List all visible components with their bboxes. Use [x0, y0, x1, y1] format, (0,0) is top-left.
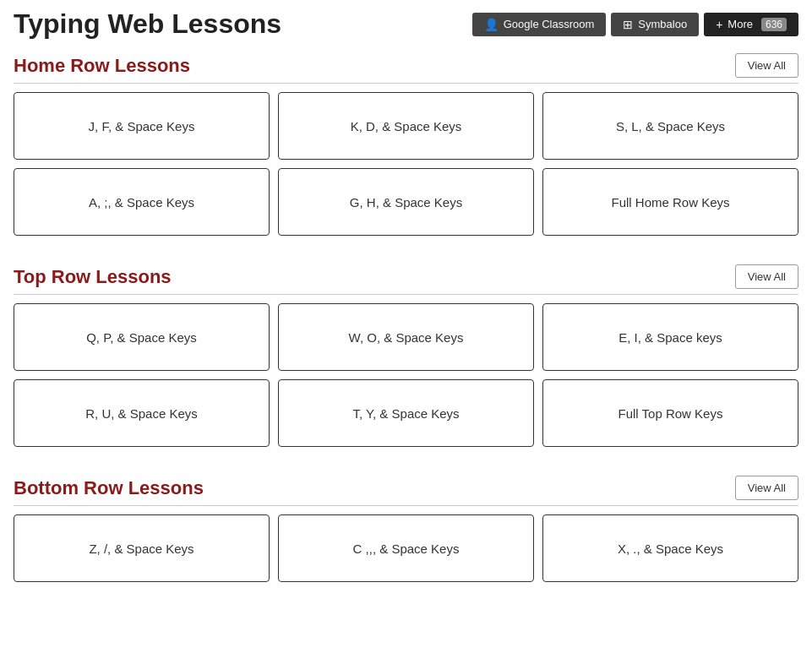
section-title-top-row: Top Row Lessons	[14, 266, 172, 288]
view-all-button-bottom-row[interactable]: View All	[735, 476, 798, 500]
section-divider-top-row	[14, 294, 798, 295]
view-all-button-top-row[interactable]: View All	[735, 264, 798, 289]
section-header-bottom-row: Bottom Row LessonsView All	[14, 467, 798, 505]
section-divider-bottom-row	[14, 505, 798, 506]
lesson-card-top-row-1[interactable]: W, O, & Space Keys	[278, 303, 534, 371]
more-badge: 636	[761, 18, 787, 31]
lesson-grid-home-row: J, F, & Space KeysK, D, & Space KeysS, L…	[14, 92, 798, 236]
lesson-card-bottom-row-1[interactable]: C ,,, & Space Keys	[278, 514, 534, 582]
more-label: More	[728, 18, 753, 30]
lesson-card-home-row-2[interactable]: S, L, & Space Keys	[542, 92, 798, 160]
lesson-card-top-row-3[interactable]: R, U, & Space Keys	[14, 379, 270, 447]
lesson-card-bottom-row-0[interactable]: Z, /, & Space Keys	[14, 514, 270, 582]
page-header: Typing Web Lessons 👤 Google Classroom ⊞ …	[0, 0, 812, 45]
symbaloo-icon: ⊞	[623, 18, 633, 31]
symbaloo-button[interactable]: ⊞ Symbaloo	[611, 13, 699, 36]
section-title-bottom-row: Bottom Row Lessons	[14, 477, 204, 499]
lesson-card-home-row-0[interactable]: J, F, & Space Keys	[14, 92, 270, 160]
lesson-card-bottom-row-2[interactable]: X, ., & Space Keys	[542, 514, 798, 582]
more-icon: +	[716, 18, 722, 31]
lesson-card-home-row-3[interactable]: A, ;, & Space Keys	[14, 168, 270, 236]
section-top-row: Top Row LessonsView AllQ, P, & Space Key…	[0, 256, 812, 467]
more-button[interactable]: + More 636	[704, 13, 798, 36]
symbaloo-label: Symbaloo	[638, 18, 687, 30]
section-bottom-row: Bottom Row LessonsView AllZ, /, & Space …	[0, 467, 812, 602]
section-divider-home-row	[14, 83, 798, 84]
page-title: Typing Web Lessons	[14, 8, 281, 40]
section-header-home-row: Home Row LessonsView All	[14, 45, 798, 83]
lesson-grid-bottom-row: Z, /, & Space KeysC ,,, & Space KeysX, .…	[14, 514, 798, 582]
view-all-button-home-row[interactable]: View All	[735, 53, 798, 78]
section-header-top-row: Top Row LessonsView All	[14, 256, 798, 294]
section-home-row: Home Row LessonsView AllJ, F, & Space Ke…	[0, 45, 812, 256]
lesson-card-top-row-5[interactable]: Full Top Row Keys	[542, 379, 798, 447]
google-classroom-button[interactable]: 👤 Google Classroom	[472, 13, 607, 36]
sections-container: Home Row LessonsView AllJ, F, & Space Ke…	[0, 45, 812, 602]
lesson-card-top-row-2[interactable]: E, I, & Space keys	[542, 303, 798, 371]
lesson-grid-top-row: Q, P, & Space KeysW, O, & Space KeysE, I…	[14, 303, 798, 447]
header-buttons: 👤 Google Classroom ⊞ Symbaloo + More 636	[472, 13, 798, 36]
lesson-card-top-row-0[interactable]: Q, P, & Space Keys	[14, 303, 270, 371]
lesson-card-home-row-1[interactable]: K, D, & Space Keys	[278, 92, 534, 160]
lesson-card-top-row-4[interactable]: T, Y, & Space Keys	[278, 379, 534, 447]
section-title-home-row: Home Row Lessons	[14, 55, 190, 77]
google-classroom-label: Google Classroom	[504, 18, 595, 30]
google-classroom-icon: 👤	[484, 18, 499, 31]
lesson-card-home-row-4[interactable]: G, H, & Space Keys	[278, 168, 534, 236]
lesson-card-home-row-5[interactable]: Full Home Row Keys	[542, 168, 798, 236]
